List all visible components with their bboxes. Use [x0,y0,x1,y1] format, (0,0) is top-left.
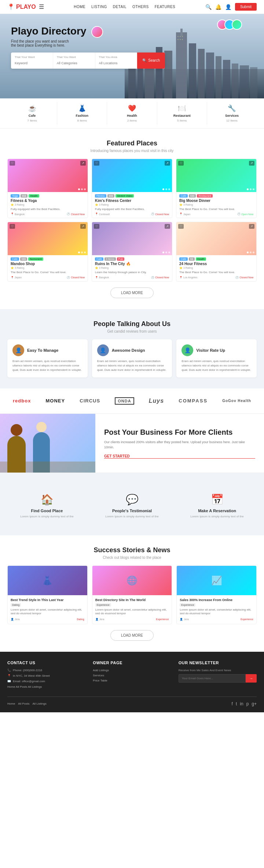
footer-social: f t in p g+ [232,701,257,706]
news-card-2[interactable]: 🌐 Best Directory Site In The World Exper… [92,565,172,624]
place-tag: $$$ [21,194,28,198]
get-started-button[interactable]: GET STARTED [104,454,255,459]
place-card-4[interactable]: ♡ ↗ Cafe $$$ Nomonent Mandoo Shop ⭐ 3 Ra… [7,222,88,281]
googleplus-icon[interactable]: g+ [252,701,257,706]
keyword-input[interactable] [15,61,49,65]
footer-price-table[interactable]: Price Table [93,679,171,682]
place-card-1[interactable]: ♡ ↗ Yoga $$$ Health Fitness & Yoga ⭐ 3 R… [7,159,88,218]
health-count: 2 Items [127,119,137,122]
find-place-icon: 🏠 [13,493,81,506]
footer-bottom-all-posts[interactable]: All Posts [18,702,29,705]
featured-subtitle: Introducing famous places you must visit… [7,149,257,153]
footer-add-listings[interactable]: Add Listings [93,669,171,672]
place-share-icon[interactable]: ↗ [165,161,170,166]
hero-content: Playo Directory Find the place you want … [11,25,165,69]
place-rating-4: ⭐ 3 Rating [11,267,24,270]
place-share-icon[interactable]: ↗ [80,161,86,166]
news-grid: 👗 Best Trend Style In This Last Year Dat… [7,565,257,624]
health-name: Health [127,114,137,117]
place-share-icon[interactable]: ↗ [165,224,170,229]
place-name-2: Kim's Fitness Center [95,199,169,203]
place-favorite-icon[interactable]: ♡ [10,224,15,229]
location-footer-icon: 📍 [7,674,11,677]
place-favorite-icon[interactable]: ♡ [178,224,184,229]
facebook-icon[interactable]: f [232,701,233,706]
cafe-count: 7 Items [27,119,37,122]
place-rating-1: ⭐ 3 Rating [11,203,24,206]
location-input[interactable] [99,61,133,65]
footer-email: ✉️ Email: office@gmail.com [7,680,85,683]
user-icon[interactable]: 👤 [225,4,231,10]
footer-bottom-home[interactable]: Home [7,702,15,705]
newsletter-email-input[interactable] [179,674,246,683]
place-tag: Yoga [11,194,19,198]
keyword-field: That Your Want [11,53,53,69]
place-status-1: 🕐 Closed Now [67,213,85,216]
place-favorite-icon[interactable]: ♡ [10,161,15,166]
twitter-icon[interactable]: t [236,701,237,706]
news-title-3: Sales 300% Increase From Online [180,598,253,602]
news-subtitle: Check out blogs related to the place [7,556,257,560]
news-card-3[interactable]: 📈 Sales 300% Increase From Online Experi… [176,565,257,624]
footer-bottom-links: Home All Posts All Listings [7,702,47,705]
category-fashion[interactable]: 👗 Fashion 8 Items [57,102,107,124]
testimonial-text-2: Eram ad minim veniam, quis nostrud exerc… [97,359,167,372]
services-count: 12 Items [226,119,238,122]
place-card-3[interactable]: ♡ ↗ Cafe $$$ Restaurant Big Moose Dinner [176,159,257,218]
place-favorite-icon[interactable]: ♡ [178,161,184,166]
nav-listing[interactable]: LISTING [91,5,107,9]
place-tag: Restaurant [197,194,212,198]
category-input[interactable] [57,61,91,65]
footer-address: 📍 In NYC, 34 West 45th Street [7,674,85,677]
footer-services[interactable]: Services [93,674,171,677]
featured-section: Featured Places Introducing famous place… [0,129,264,309]
category-cafe[interactable]: ☕ Cafe 7 Items [7,102,57,124]
footer-bottom-all-listings[interactable]: All Listings [32,702,46,705]
cta-description: Our clients increased 200% visitors afte… [104,440,255,450]
nav-home[interactable]: HOME [74,5,85,9]
newsletter-submit-button[interactable]: → [246,674,257,683]
news-card-1[interactable]: 👗 Best Trend Style In This Last Year Dat… [7,565,88,624]
place-tag: Stretch Video [115,194,134,198]
load-more-button[interactable]: LOAD MORE [110,287,154,298]
services-icon: 🔧 [228,104,236,112]
nav-features[interactable]: FEATURES [155,5,176,9]
footer-newsletter: OUR NEWSLETTER Receive from Me Sales And… [179,661,257,691]
category-label: That You Want [57,55,91,59]
instagram-icon[interactable]: in [240,701,243,706]
news-title: Success Stories & News [7,546,257,554]
nav-detail[interactable]: DETAIL [113,5,126,9]
search-button[interactable]: 🔍 Search [137,53,165,69]
place-card-2[interactable]: ♡ ↗ Fitness $$$ Stretch Video Kim's Fitn… [92,159,172,218]
svg-rect-15 [250,67,257,98]
news-load-more-button[interactable]: LOAD MORE [110,630,154,641]
category-restaurant[interactable]: 🍽️ Restaurant 5 Items [157,102,207,124]
place-share-icon[interactable]: ↗ [249,161,254,166]
brands-section: redbox MONEY CIRCUS ONDA Luys COMPASS Go… [0,388,264,413]
footer-owner-title: OWNER PAGE [93,661,171,665]
fashion-icon: 👗 [78,104,86,112]
hamburger-menu[interactable]: ☰ [39,3,44,10]
brand-money: MONEY [46,398,65,404]
svg-rect-13 [232,64,238,98]
restaurant-icon: 🍽️ [178,104,186,112]
place-favorite-icon[interactable]: ♡ [94,161,99,166]
brand-compass: COMPASS [179,398,208,404]
pinterest-icon[interactable]: p [246,701,249,706]
place-share-icon[interactable]: ↗ [249,224,254,229]
category-services[interactable]: 🔧 Services 12 Items [207,102,257,124]
svg-rect-25 [182,39,183,40]
place-share-icon[interactable]: ↗ [80,224,86,229]
news-desc-2: Lorem ipsum dolor sit amet, consectetur … [95,608,169,616]
nav-others[interactable]: OTHERS [132,5,149,9]
avatar-group [220,19,242,30]
place-card-6[interactable]: ♡ ↗ Cafe $$ Health 24 Hour Fitness ⭐ 3 R… [176,222,257,281]
place-card-5[interactable]: ♡ ↗ Cafe 3 Items Pub Ruins In The City [92,222,172,281]
notification-icon[interactable]: 🔔 [215,4,221,10]
search-icon[interactable]: 🔍 [205,4,212,10]
category-health[interactable]: ❤️ Health 2 Items [107,102,157,124]
place-tag: Nomonent [28,257,43,261]
place-favorite-icon[interactable]: ♡ [94,224,99,229]
place-desc-3: The Best Place to Go. Come! You will lov… [179,207,253,211]
submit-button[interactable]: Submit [235,3,257,11]
